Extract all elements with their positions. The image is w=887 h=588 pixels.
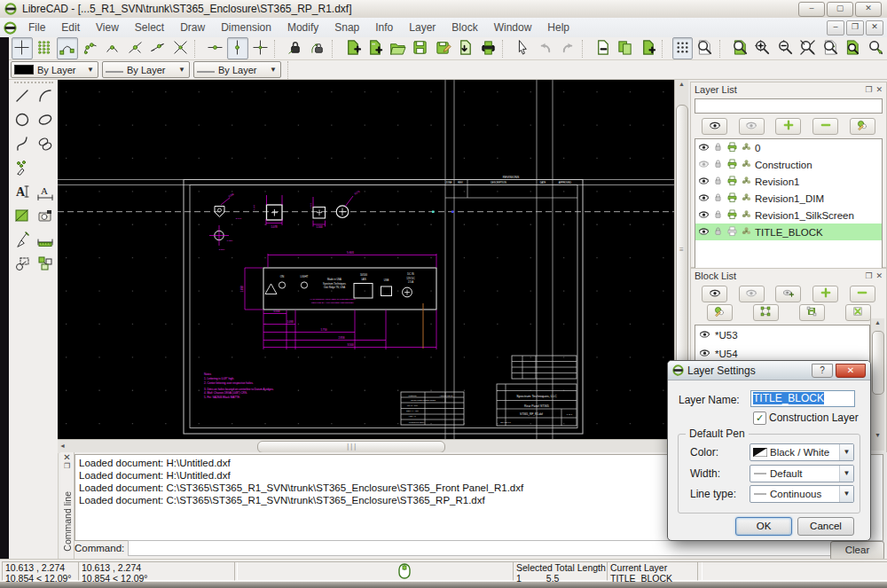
tool-select-button[interactable] [11,253,34,276]
tool-measure-button[interactable] [34,229,57,252]
color-wheel-icon[interactable] [741,158,752,171]
insert-block-button[interactable] [753,304,779,321]
zoom-in-button[interactable] [752,37,773,59]
save-file-button[interactable] [410,37,431,59]
horizontal-scroll-thumb[interactable]: ∣∣∣ [257,441,445,453]
dock-close-icon[interactable]: ✕ [63,452,70,462]
new-document-button[interactable] [341,37,363,59]
remove-block-button[interactable] [850,286,875,302]
print-button[interactable] [477,37,498,59]
tool-arc-button[interactable] [34,85,57,108]
close-document-button[interactable] [593,37,614,59]
pen-width-combobox[interactable]: By Layer ▼ [102,61,190,78]
layer-filter-input[interactable] [695,98,883,114]
snap-center-button[interactable] [102,37,123,59]
mdi-close-button[interactable]: ✕ [866,20,883,35]
eye-icon[interactable] [698,175,710,188]
tool-dimension-button[interactable]: A [34,181,57,204]
lock-icon[interactable] [712,158,724,171]
printer-icon[interactable] [726,158,738,171]
add-layer-button[interactable] [775,118,801,135]
linetype-select[interactable]: Continuous▼ [750,485,854,503]
lock-icon[interactable] [712,208,724,222]
construction-layer-checkbox[interactable]: ✓ [753,412,766,425]
redo-button[interactable] [558,37,579,59]
printer-icon[interactable] [726,208,738,222]
ok-button[interactable]: OK [735,517,792,536]
eye-off-icon[interactable] [698,158,710,171]
snap-distance-button[interactable] [147,37,169,59]
panel-float-icon[interactable]: ❐ [865,271,872,280]
set-relative-zero-button[interactable] [307,37,328,59]
open-file-button[interactable] [387,37,408,59]
cancel-button[interactable]: Cancel [797,517,854,536]
add-block-button[interactable] [812,286,838,302]
mdi-minimize-button[interactable]: – [827,20,844,35]
lock-icon[interactable] [712,192,724,205]
tool-modify-button[interactable] [11,229,34,252]
zoom-pan-button[interactable] [865,37,886,59]
hide-all-layers-button[interactable] [739,118,765,135]
printer-off-icon[interactable] [726,225,738,239]
restrict-nothing-button[interactable] [227,37,248,59]
paste-button[interactable] [638,37,659,59]
color-wheel-icon[interactable] [741,208,752,222]
layer-row-Revision1_DIM[interactable]: Revision1_DIM [695,190,882,207]
color-wheel-icon[interactable] [741,192,752,205]
save-file-as-button[interactable] [432,37,453,59]
layer-name-input[interactable]: TITLE_BLOCK [750,390,855,407]
layer-row-Construction[interactable]: Construction [695,156,882,173]
canvas-horizontal-scrollbar[interactable]: ◄ ∣∣∣ ► [58,439,674,453]
snap-grid-button[interactable] [35,37,56,59]
tool-polyline-button[interactable] [34,133,57,156]
menu-layer[interactable]: Layer [401,21,444,34]
lock-icon[interactable] [712,225,724,239]
zoom-window-button[interactable] [729,37,750,59]
remove-layer-button[interactable] [812,118,838,135]
eye-icon[interactable] [698,192,710,205]
printer-icon[interactable] [726,141,738,154]
maximize-button[interactable]: ▢ [827,2,853,17]
tool-spline-button[interactable] [11,133,34,156]
restrict-vertical-button[interactable] [250,37,271,59]
hide-all-blocks-button[interactable] [739,286,765,302]
width-select[interactable]: Default▼ [750,465,854,482]
tool-hatch-button[interactable] [11,205,34,228]
scroll-left-icon[interactable]: ◄ [59,443,66,449]
menu-select[interactable]: Select [127,21,172,34]
dock-float-icon[interactable]: ❐ [64,462,70,470]
create-block-button[interactable] [845,304,871,321]
menu-view[interactable]: View [88,21,127,34]
zoom-previous-button[interactable] [820,37,841,59]
block-row-U53[interactable]: *U53 [695,325,869,344]
export-pdf-button[interactable] [455,37,476,59]
drawing-canvas[interactable]: REVISIONSZONEREVDESCRIPTIONDATEAPPROVEDS… [58,80,674,439]
restrict-horizontal-button[interactable] [205,37,226,59]
vertical-scroll-thumb[interactable]: ≡ [676,105,688,399]
layer-row-0[interactable]: 0 [695,139,882,156]
tool-image-button[interactable] [34,205,57,228]
eye-icon[interactable] [699,328,710,341]
pen-linetype-combobox[interactable]: By Layer ▼ [193,61,281,78]
show-all-layers-button[interactable] [702,118,727,135]
draft-mode-button[interactable] [695,37,716,59]
menu-help[interactable]: Help [539,21,577,34]
panel-close-icon[interactable]: ✕ [875,271,883,280]
pen-color-combobox[interactable]: By Layer ▼ [11,61,98,78]
eye-icon[interactable] [699,347,710,360]
command-input[interactable] [128,540,883,556]
menu-info[interactable]: Info [367,21,401,34]
lock-icon[interactable] [712,141,724,154]
new-from-template-button[interactable] [365,37,386,59]
clear-button[interactable]: Clear [830,541,884,561]
menu-block[interactable]: Block [444,21,485,34]
eye-icon[interactable] [698,225,710,239]
minimize-button[interactable]: – [798,2,825,17]
block-scroll-thumb[interactable] [872,331,884,395]
menu-file[interactable]: File [20,21,53,34]
lock-icon[interactable] [712,175,724,188]
lock-relative-zero-button[interactable] [285,37,306,59]
color-wheel-icon[interactable] [741,225,752,239]
dialog-close-button[interactable]: ✕ [836,364,866,378]
tool-line-button[interactable] [11,85,34,108]
